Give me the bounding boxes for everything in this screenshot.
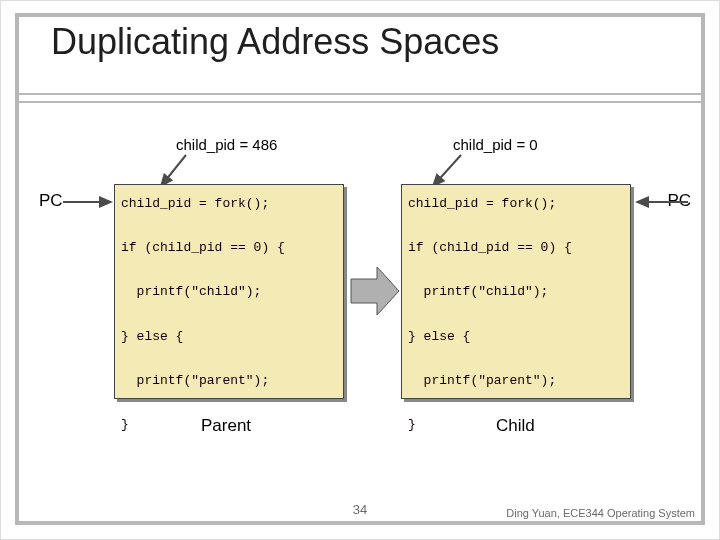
code-line: } — [121, 417, 129, 432]
rule-bottom — [19, 101, 701, 103]
code-line: child_pid = fork(); — [408, 196, 556, 211]
code-line: child_pid = fork(); — [121, 196, 269, 211]
code-line: printf("child"); — [408, 284, 548, 299]
pc-label-left: PC — [39, 191, 63, 211]
code-line: } else { — [408, 329, 470, 344]
svg-marker-4 — [351, 267, 399, 315]
svg-line-0 — [161, 155, 186, 186]
caption-child: Child — [496, 416, 535, 436]
block-arrow-icon — [347, 263, 403, 319]
codebox-child: child_pid = fork(); if (child_pid == 0) … — [401, 184, 631, 399]
slide: Duplicating Address Spaces child_pid = 4… — [0, 0, 720, 540]
arrow-pc-right-icon — [633, 197, 693, 209]
caption-parent: Parent — [201, 416, 251, 436]
footer-text: Ding Yuan, ECE344 Operating System — [506, 507, 695, 519]
slide-number: 34 — [353, 502, 367, 517]
code-line: } — [408, 417, 416, 432]
code-line: printf("parent"); — [408, 373, 556, 388]
arrow-pc-left-icon — [63, 197, 118, 209]
code-line: if (child_pid == 0) { — [408, 240, 572, 255]
code-line: if (child_pid == 0) { — [121, 240, 285, 255]
code-line: printf("parent"); — [121, 373, 269, 388]
rule-top — [19, 93, 701, 95]
slide-title: Duplicating Address Spaces — [41, 19, 509, 65]
codebox-parent: child_pid = fork(); if (child_pid == 0) … — [114, 184, 344, 399]
svg-line-1 — [433, 155, 461, 186]
code-line: printf("child"); — [121, 284, 261, 299]
code-line: } else { — [121, 329, 183, 344]
